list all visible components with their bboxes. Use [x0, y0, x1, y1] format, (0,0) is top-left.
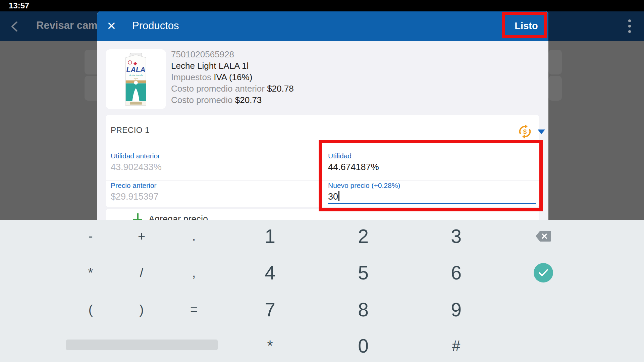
- carton-brand-text: LALA: [126, 66, 146, 74]
- field-value: $29.915397: [111, 191, 299, 203]
- clock: 13:57: [9, 1, 29, 10]
- product-name: Leche Light LALA 1l: [171, 60, 294, 71]
- product-info: 7501020565928 Leche Light LALA 1l Impues…: [171, 49, 294, 106]
- tax-label: Impuestos: [171, 72, 211, 82]
- annotation-rect-listo: [502, 12, 547, 38]
- add-price-label: Agregar precio: [149, 214, 208, 220]
- product-image: LALA deslactosada light: [106, 49, 166, 109]
- tax-value: IVA (16%): [214, 72, 252, 82]
- ghost-divider: [84, 102, 97, 102]
- ghost-card: [548, 76, 562, 101]
- product-prev-cost-line: Costo promedio anterior $20.78: [171, 83, 294, 94]
- key-slash[interactable]: /: [120, 257, 163, 289]
- key-8[interactable]: 8: [341, 294, 385, 326]
- field-label: Utilidad anterior: [111, 151, 299, 161]
- key-rparen[interactable]: ): [120, 294, 163, 326]
- key-4[interactable]: 4: [248, 257, 292, 289]
- numeric-keyboard: - + . 1 2 3 * / , 4 5 6 ( ) = 7 8 9 * 0 …: [0, 220, 644, 362]
- price-sync-icon[interactable]: $: [517, 123, 533, 140]
- field-value: 43.902433%: [111, 161, 299, 173]
- key-lparen[interactable]: (: [69, 294, 112, 326]
- status-bar: 13:57: [0, 0, 644, 11]
- product-cost-line: Costo promedio $20.73: [171, 94, 294, 106]
- carton-sub-text: deslactosada: [129, 74, 143, 77]
- key-3[interactable]: 3: [434, 220, 478, 252]
- key-comma[interactable]: ,: [172, 257, 216, 289]
- close-icon[interactable]: ✕: [107, 19, 116, 33]
- plus-icon: [133, 213, 142, 220]
- key-7[interactable]: 7: [248, 294, 292, 326]
- key-hash[interactable]: #: [434, 330, 478, 362]
- key-plus[interactable]: +: [120, 220, 163, 252]
- ghost-card: [548, 50, 562, 74]
- carton-sub2-text: light: [133, 77, 138, 80]
- key-0[interactable]: 0: [341, 330, 385, 362]
- field-utilidad-anterior: Utilidad anterior 43.902433%: [111, 151, 299, 173]
- key-1[interactable]: 1: [248, 220, 292, 252]
- key-9[interactable]: 9: [434, 294, 478, 326]
- svg-text:$: $: [523, 128, 527, 135]
- key-equals[interactable]: =: [172, 294, 216, 326]
- product-barcode: 7501020565928: [171, 49, 294, 60]
- price-expand-caret-icon[interactable]: [538, 130, 545, 134]
- confirm-key[interactable]: [534, 263, 553, 282]
- field-label: Precio anterior: [111, 180, 299, 191]
- key-asterisk[interactable]: *: [69, 257, 112, 289]
- dialog-header: ✕ Productos Listo: [97, 11, 548, 41]
- key-period[interactable]: .: [172, 220, 216, 252]
- screen: 13:57 Revisar camb ✕ Productos Listo: [0, 0, 644, 362]
- key-6[interactable]: 6: [434, 257, 478, 289]
- scrim-right: [548, 41, 644, 220]
- prev-cost-value: $20.78: [267, 84, 294, 94]
- dialog-title: Productos: [132, 20, 179, 32]
- scrim-left: [0, 41, 97, 220]
- back-arrow-icon[interactable]: [10, 21, 19, 32]
- cost-value: $20.73: [235, 95, 262, 105]
- space-key[interactable]: [66, 340, 218, 350]
- prev-cost-label: Costo promedio anterior: [171, 84, 265, 94]
- product-tax-line: Impuestos IVA (16%): [171, 71, 294, 83]
- key-minus[interactable]: -: [69, 220, 112, 252]
- key-5[interactable]: 5: [341, 257, 385, 289]
- ghost-divider: [548, 102, 562, 102]
- backspace-key-icon[interactable]: [535, 230, 551, 242]
- background-screen-title: Revisar camb: [36, 19, 104, 32]
- field-precio-anterior: Precio anterior $29.915397: [111, 180, 299, 203]
- key-2[interactable]: 2: [341, 220, 385, 252]
- checkmark-icon: [538, 268, 549, 277]
- price-section-title: PRECIO 1: [111, 125, 150, 135]
- key-star[interactable]: *: [248, 330, 292, 362]
- annotation-rect-price-fields: [319, 140, 543, 211]
- overflow-menu-icon[interactable]: [628, 19, 631, 34]
- cost-label: Costo promedio: [171, 95, 233, 105]
